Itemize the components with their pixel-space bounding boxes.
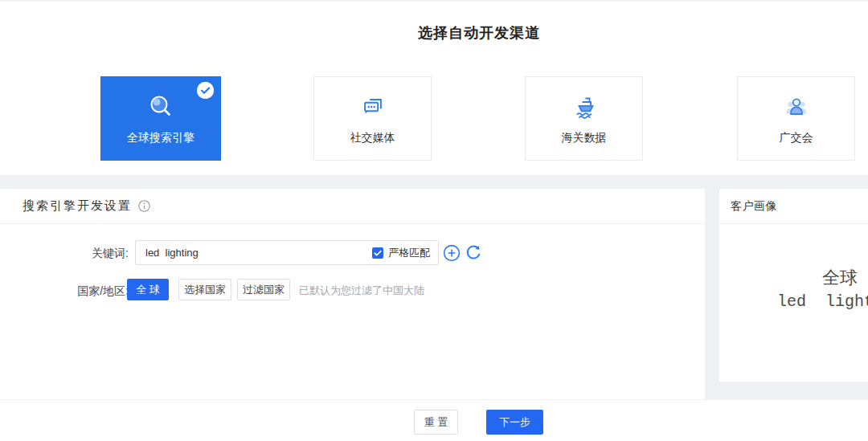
search-settings-panel: 搜索引擎开发设置 关键词: 严格匹配 [0, 189, 705, 400]
ship-icon [570, 92, 599, 121]
strict-match-checkbox[interactable] [372, 247, 383, 259]
people-icon [782, 92, 811, 121]
region-label: 国家/地区: [16, 284, 129, 299]
channel-card-customs-data[interactable]: 海关数据 [525, 76, 643, 161]
strict-match-label: 严格匹配 [388, 246, 430, 260]
keyword-input[interactable] [136, 241, 372, 264]
page-title: 选择自动开发渠道 [0, 23, 868, 43]
settings-header: 搜索引擎开发设置 [0, 189, 705, 224]
keyword-label: 关键词: [16, 247, 129, 261]
selected-check-icon [197, 82, 214, 99]
channel-label: 全球搜索引擎 [127, 131, 194, 145]
channel-card-social-media[interactable]: 社交媒体 [313, 76, 432, 161]
next-step-button[interactable]: 下一步 [486, 410, 543, 435]
region-global-button[interactable]: 全 球 [127, 279, 169, 300]
channel-label: 社交媒体 [350, 131, 395, 145]
reset-button[interactable]: 重 置 [414, 410, 458, 435]
region-filter-country-button[interactable]: 过滤国家 [237, 279, 290, 300]
portrait-keyword-text: led lighting [719, 290, 868, 314]
search-icon [146, 92, 175, 121]
refresh-icon[interactable] [465, 244, 482, 262]
channel-label: 海关数据 [562, 131, 607, 145]
keyword-input-wrap: 严格匹配 [135, 240, 439, 265]
channel-card-global-search[interactable]: 全球搜索引擎 [100, 76, 221, 161]
portrait-region-text: 全球 [719, 266, 868, 290]
strict-match-toggle[interactable]: 严格匹配 [372, 246, 438, 260]
channel-select-section: 选择自动开发渠道 全球搜索引擎 社交媒体 [0, 0, 868, 175]
chat-icon [359, 92, 387, 121]
portrait-header: 客户画像 [719, 189, 868, 224]
portrait-content: 全球 led lighting [719, 266, 868, 314]
portrait-title: 客户画像 [731, 199, 777, 214]
footer-bar: 重 置 下一步 [0, 399, 868, 441]
customer-portrait-panel: 客户画像 全球 led lighting [719, 189, 868, 382]
region-filter-hint: 已默认为您过滤了中国大陆 [299, 284, 424, 298]
channel-label: 广交会 [780, 131, 813, 145]
settings-title: 搜索引擎开发设置 [23, 198, 132, 214]
add-keyword-icon[interactable] [443, 244, 461, 262]
channel-card-canton-fair[interactable]: 广交会 [737, 76, 855, 161]
region-select-country-button[interactable]: 选择国家 [178, 279, 231, 300]
info-icon[interactable] [138, 200, 150, 212]
